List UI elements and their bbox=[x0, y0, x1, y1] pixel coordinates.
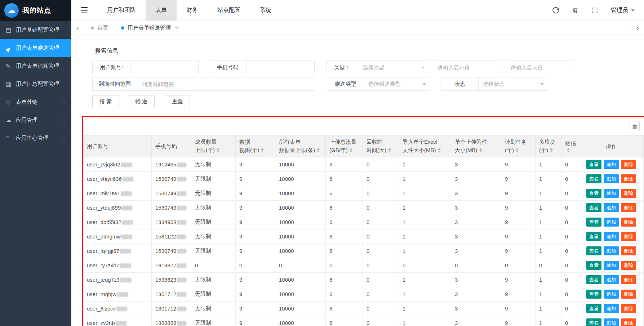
column-subtitle: (个) bbox=[505, 147, 514, 154]
min-value-input[interactable] bbox=[433, 61, 502, 74]
append-button[interactable]: 追加 bbox=[604, 160, 619, 169]
delete-button[interactable]: 删除 bbox=[621, 246, 636, 255]
view-button[interactable]: 查看 bbox=[586, 261, 601, 270]
sort-icon[interactable] bbox=[317, 148, 320, 152]
column-header-sms[interactable]: 短信 bbox=[561, 135, 579, 157]
reset-button[interactable]: 重置 bbox=[165, 95, 190, 108]
view-button[interactable]: 查看 bbox=[586, 232, 601, 241]
delete-button[interactable]: 删除 bbox=[621, 290, 636, 299]
fullscreen-icon[interactable] bbox=[591, 7, 598, 14]
column-header-attach[interactable]: 单个上传附件大小(MB) bbox=[451, 135, 501, 157]
column-header-plan[interactable]: 计划任务(个) bbox=[501, 135, 536, 157]
gift-type-select[interactable]: 选择赠送类型 bbox=[364, 77, 430, 91]
delete-button[interactable]: 删除 bbox=[621, 275, 636, 284]
delete-button[interactable]: 删除 bbox=[621, 189, 636, 198]
sort-icon[interactable] bbox=[550, 148, 553, 152]
cell-account: user_teug7z3 bbox=[83, 272, 152, 287]
sort-icon[interactable] bbox=[261, 148, 264, 152]
delete-button[interactable]: 删除 bbox=[621, 160, 636, 169]
sort-icon[interactable] bbox=[388, 148, 391, 152]
append-button[interactable]: 追加 bbox=[604, 218, 619, 227]
append-button[interactable]: 追加 bbox=[604, 318, 619, 326]
view-button[interactable]: 查看 bbox=[586, 290, 601, 299]
tab[interactable]: 用户表单赠送管理× bbox=[115, 21, 185, 35]
append-button[interactable]: 追加 bbox=[604, 203, 619, 212]
append-button[interactable]: 追加 bbox=[604, 174, 619, 183]
sidebar-item-app-center-manage[interactable]: ≡应用中心管理 bbox=[0, 129, 71, 147]
column-header-upload[interactable]: 上传总流量(GB/年) bbox=[326, 135, 363, 157]
column-title: 所有表单 bbox=[279, 138, 322, 146]
sort-icon[interactable] bbox=[516, 148, 519, 152]
append-button[interactable]: 追加 bbox=[604, 275, 619, 284]
append-button[interactable]: 追加 bbox=[604, 304, 619, 313]
sort-icon[interactable] bbox=[438, 148, 441, 152]
trash-icon[interactable] bbox=[572, 7, 578, 14]
close-icon[interactable]: × bbox=[175, 24, 178, 31]
column-header-module[interactable]: 多模块(个) bbox=[536, 135, 561, 157]
menu-toggle-icon[interactable]: ☰ bbox=[71, 0, 97, 21]
cell-upload: 6 bbox=[326, 200, 363, 215]
sidebar-item-user-form-consume[interactable]: ✎用户表单消耗管理 bbox=[0, 57, 71, 75]
column-header-member_limit[interactable]: 成员数量上限(个) bbox=[191, 135, 236, 157]
cell-module: 1 bbox=[536, 229, 561, 244]
redacted-text bbox=[120, 278, 131, 282]
date-range-input[interactable] bbox=[137, 77, 315, 91]
tab-scroll-right-icon[interactable]: › bbox=[631, 21, 644, 35]
refresh-icon[interactable] bbox=[552, 7, 559, 14]
column-header-excel[interactable]: 导入单个Excel文件大小(MB) bbox=[399, 135, 451, 157]
account-input[interactable] bbox=[130, 61, 199, 74]
delete-button[interactable]: 删除 bbox=[621, 203, 636, 212]
max-value-input[interactable] bbox=[506, 61, 573, 74]
column-header-data_limit[interactable]: 所有表单数据量上限(条) bbox=[275, 135, 326, 157]
gift-button[interactable]: 赠 送 bbox=[128, 95, 155, 108]
delete-button[interactable]: 删除 bbox=[621, 304, 636, 313]
column-title: 用户账号 bbox=[87, 143, 148, 150]
view-button[interactable]: 查看 bbox=[586, 174, 601, 183]
topnav-item[interactable]: 用户和团队 bbox=[97, 0, 146, 21]
topnav-item[interactable]: 财务 bbox=[177, 0, 208, 21]
view-button[interactable]: 查看 bbox=[586, 218, 601, 227]
sidebar-item-app-manage[interactable]: ☁应用管理 bbox=[0, 111, 71, 129]
view-button[interactable]: 查看 bbox=[586, 275, 601, 284]
topnav-item[interactable]: 表单 bbox=[146, 0, 177, 21]
sidebar-item-form-external-link[interactable]: ◇表单外链 bbox=[0, 93, 71, 111]
view-button[interactable]: 查看 bbox=[586, 160, 601, 169]
delete-button[interactable]: 删除 bbox=[621, 174, 636, 183]
search-button[interactable]: 搜 索 bbox=[92, 95, 119, 108]
column-header-phone: 手机号码 bbox=[152, 135, 191, 157]
status-select[interactable]: 选择状态 bbox=[478, 77, 548, 91]
cell-data_limit: 10000 bbox=[275, 272, 326, 287]
tab[interactable]: 首页 bbox=[84, 21, 115, 35]
sort-icon[interactable] bbox=[217, 148, 219, 152]
delete-button[interactable]: 删除 bbox=[621, 218, 636, 227]
delete-button[interactable]: 删除 bbox=[621, 232, 636, 241]
sort-icon[interactable] bbox=[479, 148, 482, 152]
column-header-recycle[interactable]: 回收站时间(天) bbox=[363, 135, 399, 157]
delete-button[interactable]: 删除 bbox=[621, 261, 636, 270]
sidebar-item-user-form-gift[interactable]: ▶用户表单赠送管理 bbox=[0, 39, 71, 57]
column-settings-button[interactable]: ▦ bbox=[630, 121, 640, 131]
view-button[interactable]: 查看 bbox=[586, 189, 601, 198]
sidebar-item-user-summary-config[interactable]: ▥用户汇总配置管理 bbox=[0, 75, 71, 93]
append-button[interactable]: 追加 bbox=[604, 232, 619, 241]
tab-scroll-left-icon[interactable]: ‹ bbox=[71, 21, 84, 35]
delete-button[interactable]: 删除 bbox=[621, 318, 636, 326]
view-button[interactable]: 查看 bbox=[586, 246, 601, 255]
sort-icon[interactable] bbox=[350, 148, 352, 152]
sidebar-item-user-basic-config[interactable]: ▤用户基础配置管理 bbox=[0, 21, 71, 39]
view-button[interactable]: 查看 bbox=[586, 304, 601, 313]
append-button[interactable]: 追加 bbox=[604, 261, 619, 270]
append-button[interactable]: 追加 bbox=[604, 246, 619, 255]
user-menu[interactable]: 管理员 bbox=[611, 6, 635, 14]
sort-icon[interactable] bbox=[567, 148, 570, 152]
topnav-item[interactable]: 站点配置 bbox=[208, 0, 250, 21]
append-button[interactable]: 追加 bbox=[604, 189, 619, 198]
type-select[interactable]: 选择类型 bbox=[358, 61, 429, 74]
pen-icon: ✎ bbox=[6, 63, 16, 70]
topnav-item[interactable]: 系统 bbox=[250, 0, 281, 21]
append-button[interactable]: 追加 bbox=[604, 290, 619, 299]
view-button[interactable]: 查看 bbox=[586, 203, 601, 212]
view-button[interactable]: 查看 bbox=[586, 318, 601, 326]
phone-input[interactable] bbox=[246, 61, 315, 74]
column-header-data_view[interactable]: 数据视图(个) bbox=[236, 135, 275, 157]
